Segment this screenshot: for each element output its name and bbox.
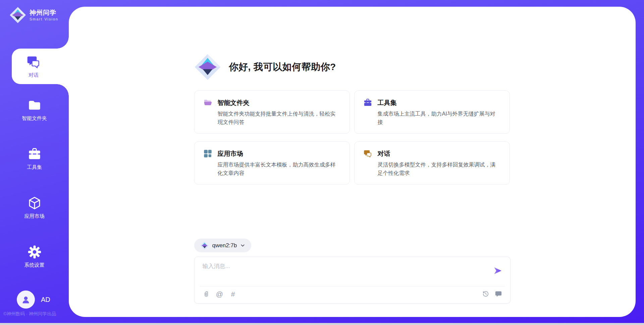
sidebar-item-label: 系统设置 xyxy=(24,262,45,268)
sidebar-item-smart-folder[interactable]: 智能文件夹 xyxy=(0,97,69,123)
composer-divider xyxy=(200,286,505,286)
card-title: 应用市场 xyxy=(218,149,243,158)
main-panel: 你好, 我可以如何帮助你? 智能文件夹 智能文件夹功能支持批量文件上传与清洗，轻… xyxy=(69,7,636,317)
greeting-diamond-icon xyxy=(194,54,221,80)
chat-bubble-icon[interactable] xyxy=(495,290,502,298)
briefcase-icon xyxy=(363,98,372,107)
feature-cards: 智能文件夹 智能文件夹功能支持批量文件上传与清洗，轻松实现文件问答 工具集 集成… xyxy=(194,90,511,185)
sidebar: 神州问学 Smart Vision 对话 智能文件夹 工具集 应用市场 系统设置… xyxy=(0,0,69,325)
model-diamond-icon xyxy=(200,241,209,250)
app-title: 神州问学 xyxy=(30,9,58,16)
message-input-box: @ # xyxy=(194,257,511,304)
card-description: 集成市场上主流工具，助力AI与外界无缝扩展与对接 xyxy=(378,110,501,126)
sidebar-item-toolset[interactable]: 工具集 xyxy=(0,146,69,172)
send-icon[interactable] xyxy=(493,266,502,275)
card-title: 工具集 xyxy=(378,99,397,107)
sidebar-item-label: 工具集 xyxy=(27,164,42,171)
card-title: 智能文件夹 xyxy=(218,99,250,107)
at-icon[interactable]: @ xyxy=(216,290,223,298)
card-app-market[interactable]: 应用市场 应用市场提供丰富长文本模板，助力高效生成多样化文章内容 xyxy=(194,141,350,185)
folder-icon xyxy=(28,98,42,112)
card-title: 对话 xyxy=(378,149,390,158)
greeting-text: 你好, 我可以如何帮助你? xyxy=(229,61,336,73)
brand-diamond-icon xyxy=(9,7,26,23)
app-subtitle: Smart Vision xyxy=(30,17,58,21)
card-smart-folder[interactable]: 智能文件夹 智能文件夹功能支持批量文件上传与清洗，轻松实现文件问答 xyxy=(194,90,350,134)
card-description: 灵活切换多模型文件，支持多样回复效果调试，满足个性化需求 xyxy=(378,160,501,177)
composer: qwen2:7b @ # xyxy=(194,239,511,304)
paperclip-icon[interactable] xyxy=(203,290,210,298)
user-account[interactable]: AD xyxy=(17,290,50,309)
greeting: 你好, 我可以如何帮助你? xyxy=(194,54,511,80)
user-initials: AD xyxy=(41,296,50,304)
hash-icon[interactable]: # xyxy=(229,290,237,298)
card-toolset[interactable]: 工具集 集成市场上主流工具，助力AI与外界无缝扩展与对接 xyxy=(354,90,510,134)
card-description: 应用市场提供丰富长文本模板，助力高效生成多样化文章内容 xyxy=(218,160,341,177)
chat-bubbles-icon xyxy=(26,55,41,69)
gear-icon xyxy=(28,245,42,259)
sidebar-item-label: 智能文件夹 xyxy=(22,115,47,122)
sidebar-item-label: 对话 xyxy=(29,72,39,78)
model-name: qwen2:7b xyxy=(212,242,237,249)
sidebar-item-app-market[interactable]: 应用市场 xyxy=(0,195,69,220)
sidebar-item-settings[interactable]: 系统设置 xyxy=(0,244,69,269)
briefcase-icon xyxy=(28,147,42,161)
app-logo: 神州问学 Smart Vision xyxy=(9,7,58,23)
person-icon xyxy=(21,295,31,305)
sidebar-item-label: 应用市场 xyxy=(24,213,45,219)
grid-tiles-icon xyxy=(203,149,212,158)
folder-open-icon xyxy=(203,98,212,107)
chat-bubbles-icon xyxy=(363,149,372,158)
model-selector[interactable]: qwen2:7b xyxy=(194,239,252,252)
bottom-edge-strip xyxy=(0,323,644,325)
message-input[interactable] xyxy=(203,262,488,284)
card-description: 智能文件夹功能支持批量文件上传与清洗，轻松实现文件问答 xyxy=(218,110,341,126)
avatar xyxy=(17,290,35,309)
chevron-down-icon xyxy=(240,243,245,248)
card-chat[interactable]: 对话 灵活切换多模型文件，支持多样回复效果调试，满足个性化需求 xyxy=(354,141,510,185)
sidebar-item-chat[interactable]: 对话 xyxy=(12,49,69,84)
copyright-footer: ©神州数码 · 神州问学出品 xyxy=(3,311,56,317)
cube-icon xyxy=(28,196,42,210)
history-icon[interactable] xyxy=(482,290,489,298)
